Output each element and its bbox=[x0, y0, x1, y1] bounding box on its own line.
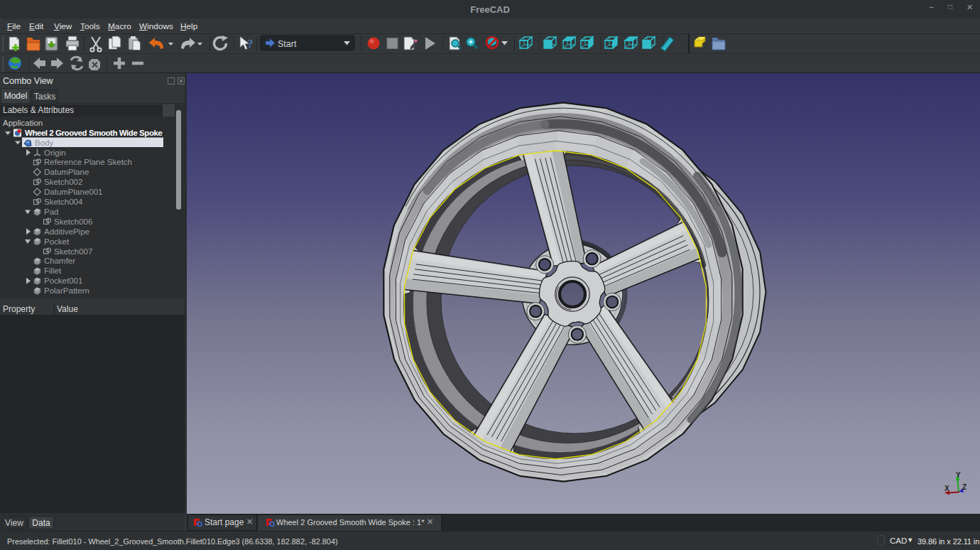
svg-text:AdditivePipe: AdditivePipe bbox=[44, 227, 89, 236]
svg-text:Sketch002: Sketch002 bbox=[44, 178, 82, 186]
svg-text:Fillet: Fillet bbox=[44, 266, 62, 275]
svg-text:X: X bbox=[944, 485, 949, 492]
svg-text:Reference Plane Sketch: Reference Plane Sketch bbox=[44, 158, 132, 166]
svg-text:Z: Z bbox=[962, 483, 967, 491]
svg-text:Pocket: Pocket bbox=[44, 237, 70, 246]
svg-text:Sketch007: Sketch007 bbox=[54, 247, 92, 256]
svg-text:Sketch004: Sketch004 bbox=[44, 198, 83, 206]
svg-text:Chamfer: Chamfer bbox=[44, 257, 75, 265]
svg-text:Pocket001: Pocket001 bbox=[44, 276, 82, 285]
svg-text:Y: Y bbox=[956, 471, 961, 479]
svg-text:Body: Body bbox=[35, 139, 53, 147]
svg-text:?: ? bbox=[247, 37, 254, 50]
svg-text:DatumPlane001: DatumPlane001 bbox=[44, 188, 102, 196]
svg-text:PolarPattern: PolarPattern bbox=[44, 286, 89, 295]
svg-text:Sketch006: Sketch006 bbox=[54, 217, 92, 226]
svg-text:DatumPlane: DatumPlane bbox=[44, 168, 89, 176]
svg-text:Pad: Pad bbox=[44, 207, 58, 216]
svg-text:Wheel 2 Grooved Smooth Wide Sp: Wheel 2 Grooved Smooth Wide Spoke bbox=[25, 129, 162, 137]
svg-text:Application: Application bbox=[3, 119, 43, 127]
svg-text:Origin: Origin bbox=[44, 149, 66, 157]
svg-text:Start: Start bbox=[278, 39, 297, 49]
